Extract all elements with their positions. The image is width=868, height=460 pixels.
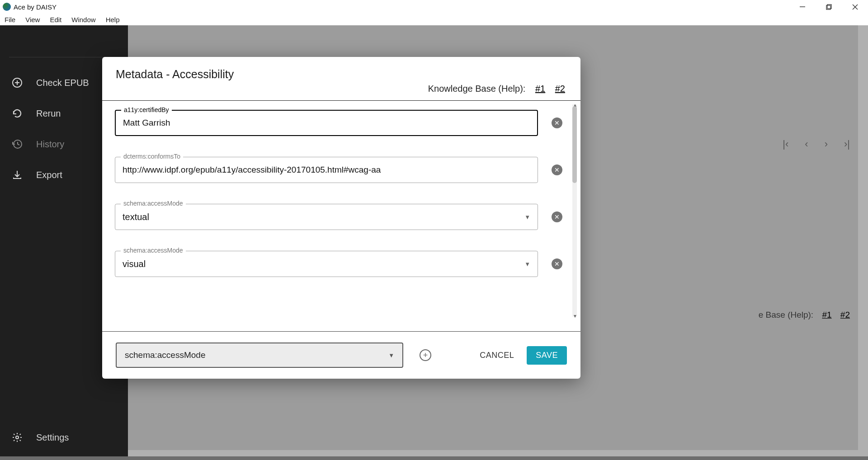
plus-icon: + — [423, 351, 428, 359]
delete-field-button[interactable]: ✕ — [552, 164, 562, 175]
field-dcterms-conformsto[interactable]: dcterms:conformsTo — [115, 157, 538, 183]
field-label: dcterms:conformsTo — [121, 153, 183, 160]
close-x-icon: ✕ — [554, 120, 560, 126]
dialog-help-label: Knowledge Base (Help): — [428, 84, 526, 94]
dialog-help-link-1[interactable]: #1 — [535, 84, 545, 94]
cancel-button[interactable]: CANCEL — [476, 346, 518, 365]
menu-window[interactable]: Window — [71, 16, 95, 23]
delete-field-button[interactable]: ✕ — [552, 117, 562, 128]
app-title: Ace by DAISY — [14, 3, 57, 11]
field-schema-accessmode-1[interactable]: schema:accessMode textual ▼ — [115, 204, 538, 230]
chevron-down-icon: ▼ — [524, 261, 530, 268]
metadata-accessibility-dialog: Metadata - Accessibility Knowledge Base … — [102, 57, 580, 379]
field-input[interactable] — [123, 118, 530, 128]
menu-help[interactable]: Help — [106, 16, 120, 23]
app-logo — [3, 3, 11, 11]
window-minimize-button[interactable] — [789, 0, 816, 14]
scrollbar-thumb[interactable] — [572, 106, 577, 183]
chevron-down-icon: ▼ — [524, 214, 530, 221]
field-label: schema:accessMode — [121, 247, 186, 254]
dialog-help-row: Knowledge Base (Help): #1 #2 — [116, 84, 567, 94]
dialog-help-link-2[interactable]: #2 — [555, 84, 565, 94]
close-x-icon: ✕ — [554, 214, 560, 220]
delete-field-button[interactable]: ✕ — [552, 211, 562, 222]
menu-file[interactable]: File — [5, 16, 15, 23]
window-close-button[interactable] — [842, 0, 868, 14]
close-x-icon: ✕ — [554, 167, 560, 173]
delete-field-button[interactable]: ✕ — [552, 258, 562, 269]
field-schema-accessmode-2[interactable]: schema:accessMode visual ▼ — [115, 251, 538, 277]
menubar: File View Edit Window Help — [0, 14, 868, 25]
close-x-icon: ✕ — [554, 261, 560, 267]
chevron-down-icon: ▼ — [388, 352, 394, 359]
dialog-title: Metadata - Accessibility — [116, 68, 567, 81]
window-maximize-button[interactable] — [816, 0, 842, 14]
field-select-value: visual — [123, 259, 524, 269]
dialog-body-scrollbar[interactable]: ▲ ▼ — [572, 104, 577, 317]
scroll-down-icon: ▼ — [573, 314, 577, 319]
minimize-icon — [799, 4, 806, 10]
add-property-button[interactable]: + — [420, 349, 431, 361]
field-input[interactable] — [123, 165, 530, 175]
field-label: a11y:certifiedBy — [121, 106, 172, 113]
field-select-value: textual — [123, 212, 524, 222]
save-button[interactable]: SAVE — [527, 346, 567, 365]
field-label: schema:accessMode — [121, 200, 186, 207]
maximize-icon — [826, 4, 832, 10]
add-property-select-value: schema:accessMode — [125, 350, 205, 360]
field-a11y-certifiedby[interactable]: a11y:certifiedBy — [115, 110, 538, 136]
window-titlebar: Ace by DAISY — [0, 0, 868, 14]
menu-view[interactable]: View — [25, 16, 40, 23]
menu-edit[interactable]: Edit — [50, 16, 61, 23]
add-property-select[interactable]: schema:accessMode ▼ — [116, 343, 403, 368]
close-icon — [852, 4, 858, 10]
